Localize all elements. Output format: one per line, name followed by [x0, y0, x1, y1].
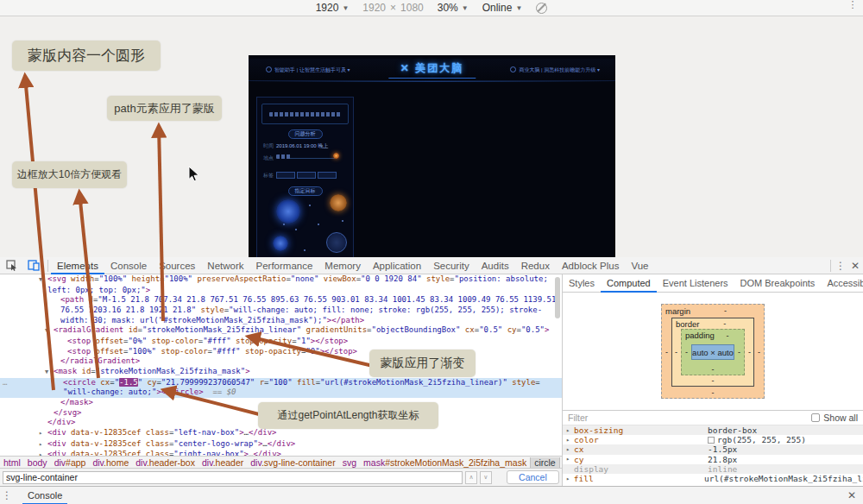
devtools-close-icon[interactable]: ✕	[847, 260, 863, 272]
preview-node-circle[interactable]	[330, 194, 347, 211]
property-value: border-box	[708, 425, 757, 435]
breadcrumb-item-body[interactable]: body	[24, 457, 51, 468]
expand-arrow-open-icon[interactable]: ▼	[45, 368, 54, 378]
show-all-checkbox[interactable]	[811, 413, 820, 422]
preview-node-circle[interactable]	[326, 232, 347, 253]
drawer-menu-icon[interactable]: ⋮	[0, 494, 14, 497]
preview-node-circle[interactable]	[276, 199, 300, 224]
sidebar-tab-styles[interactable]: Styles	[563, 274, 601, 293]
breadcrumb-item-div[interactable]: div.home	[89, 457, 132, 468]
annotation-label-5: 通过getPointAtLength获取坐标	[258, 402, 438, 429]
breadcrumb-item-div[interactable]: div.svg-line-container	[247, 457, 338, 468]
sidebar-tab-accessibility[interactable]: Accessibility	[821, 274, 863, 293]
breadcrumb-item-html[interactable]: html	[0, 457, 24, 468]
box-model-border[interactable]: border- - padding- - auto × auto -	[671, 318, 754, 387]
dom-node-line[interactable]: <stop offset="100%" stop-color="#fff" st…	[0, 347, 562, 357]
property-expand-icon[interactable]: ▸	[566, 456, 574, 463]
cancel-button[interactable]: Cancel	[507, 470, 559, 484]
viewport-height[interactable]: 1080	[400, 2, 424, 14]
sidebar-tab-event-listeners[interactable]: Event Listeners	[657, 274, 734, 293]
device-toolbar-icon[interactable]	[27, 260, 41, 272]
sidebar-tab-computed[interactable]: Computed	[601, 274, 657, 293]
breadcrumb-item-circle[interactable]: circle	[530, 457, 560, 468]
search-next-button[interactable]: ∨	[480, 471, 492, 484]
preview-tag[interactable]	[297, 172, 316, 179]
devtools-menu-icon[interactable]: ⋮	[834, 264, 847, 268]
property-expand-icon[interactable]: ▸	[566, 437, 574, 444]
dom-node-line[interactable]: ▸<div data-v-12835cef class="center-logo…	[0, 439, 562, 450]
dom-node-line[interactable]: ▸<div data-v-12835cef class="left-nav-bo…	[0, 428, 562, 439]
dom-node-line[interactable]: width: 30; mask: url("#strokeMotionMask_…	[0, 316, 562, 326]
box-model-margin[interactable]: margin- - border- - padding- -	[661, 304, 765, 399]
breadcrumb-item-div[interactable]: div.header-box	[132, 457, 198, 468]
box-model-padding[interactable]: padding- - auto × auto - -	[681, 329, 745, 375]
preview-tag[interactable]	[276, 172, 295, 179]
tab-redux[interactable]: Redux	[515, 257, 556, 274]
search-input[interactable]	[3, 471, 463, 484]
preview-wire	[290, 158, 335, 159]
tab-audits[interactable]: Audits	[476, 257, 515, 274]
search-prev-button[interactable]: ∧	[465, 471, 477, 484]
tab-console[interactable]: Console	[104, 257, 153, 274]
preview-section-badge: 问题分析	[288, 129, 323, 139]
dom-node-line[interactable]: ▸<div data-v-12835cef class="right-nav-b…	[0, 450, 562, 456]
property-name: fill	[574, 474, 704, 483]
expand-arrow-open-icon[interactable]: ▼	[45, 326, 54, 337]
chevron-down-icon: ▼	[342, 4, 349, 12]
viewport-dimensions: 1920 × 1080	[362, 2, 423, 14]
computed-property-row[interactable]: ▸cx-1.5px	[563, 444, 863, 454]
inspect-element-icon[interactable]	[4, 260, 18, 272]
preview-tag[interactable]	[318, 172, 337, 179]
emulation-menu-icon[interactable]: ⋮	[847, 3, 858, 6]
dom-node-line[interactable]: <stop offset="0%" stop-color="#fff" stop…	[0, 337, 562, 347]
filter-input[interactable]: Filter	[568, 413, 588, 423]
throttling-select[interactable]: Online ▼	[482, 2, 523, 14]
tab-sources[interactable]: Sources	[153, 257, 201, 274]
property-expand-icon[interactable]: ▸	[566, 476, 574, 482]
property-expand-icon[interactable]: ▸	[566, 427, 574, 434]
tab-vue[interactable]: Vue	[625, 257, 654, 274]
tab-memory[interactable]: Memory	[318, 257, 367, 274]
computed-property-row[interactable]: ▸box-sizingborder-box	[563, 425, 863, 435]
dom-node-line[interactable]: </radialGradient>	[0, 356, 562, 367]
expand-arrow-open-icon[interactable]: ▼	[39, 275, 47, 286]
preview-nav-right[interactable]: 商业大脑 | 洞悉科技前瞻能力升级 ▾	[510, 66, 600, 74]
tab-network[interactable]: Network	[201, 257, 249, 274]
tab-security[interactable]: Security	[427, 257, 476, 274]
viewport-width[interactable]: 1920	[362, 2, 386, 14]
breadcrumb-item-div[interactable]: div#app	[51, 457, 90, 468]
computed-property-row[interactable]: ▸colorrgb(255, 255, 255)	[563, 435, 863, 444]
drawer-close-icon[interactable]: ✕	[847, 489, 863, 501]
computed-property-row[interactable]: ▸fillurl(#strokeMotionMask_2i5fziha_li	[563, 474, 863, 483]
device-select[interactable]: 1920 ▼	[316, 2, 350, 14]
line-overflow-dots[interactable]: …	[3, 378, 7, 388]
box-model-content[interactable]: auto × auto	[691, 344, 734, 360]
zoom-select[interactable]: 30% ▼	[438, 2, 469, 14]
expand-arrow-closed-icon[interactable]: ▸	[39, 429, 47, 439]
selected-dom-node-line[interactable]: …<circle cx="-1.5" cy="21.79999923706054…	[0, 378, 562, 388]
breadcrumb-item-mask[interactable]: mask#strokeMotionMask_2i5fziha_mask	[360, 457, 530, 468]
expand-arrow-closed-icon[interactable]: ▸	[39, 440, 47, 450]
breadcrumb-item-div[interactable]: div.header	[198, 457, 247, 468]
preview-node-circle[interactable]	[273, 236, 288, 251]
dom-node-line[interactable]: ▼<svg width="100%" height="100%" preserv…	[0, 274, 562, 286]
tab-performance[interactable]: Performance	[250, 257, 319, 274]
selected-dom-node-line[interactable]: "will-change: auto;"></circle> == $0	[0, 387, 562, 398]
dom-node-line[interactable]: ▼<radialGradient id="strokeMotionMask_2i…	[0, 325, 562, 337]
dom-node-line[interactable]: left: 0px; top: 0px;">	[0, 286, 562, 296]
dom-node-line[interactable]: <path d="M-1.5 21.8 707.34 21.8 767.51 7…	[0, 295, 562, 306]
computed-property-row[interactable]: displayinline	[563, 464, 863, 474]
property-expand-icon[interactable]: ▸	[566, 446, 574, 453]
dom-node-line[interactable]: 76.55 1203.16 21.8 1921 21.8" style="wil…	[0, 306, 562, 316]
sidebar-tab-dom-breakpoints[interactable]: DOM Breakpoints	[734, 274, 822, 293]
tab-adblock-plus[interactable]: Adblock Plus	[556, 257, 625, 274]
dom-node-line[interactable]: ▼<mask id="strokeMotionMask_2i5fziha_mas…	[0, 367, 562, 378]
tab-application[interactable]: Application	[367, 257, 427, 274]
breadcrumb-item-svg[interactable]: svg	[339, 457, 360, 468]
preview-nav-left[interactable]: 智能助手 | 让智慧生活触手可及 ▾	[266, 66, 350, 74]
computed-property-row[interactable]: ▸cy21.8px	[563, 455, 863, 464]
tab-elements[interactable]: Elements	[51, 257, 104, 274]
drawer-tab-console[interactable]: Console	[22, 487, 67, 504]
scrollbar-thumb[interactable]	[555, 277, 560, 318]
console-drawer: ⋮ Console ✕	[0, 486, 863, 504]
